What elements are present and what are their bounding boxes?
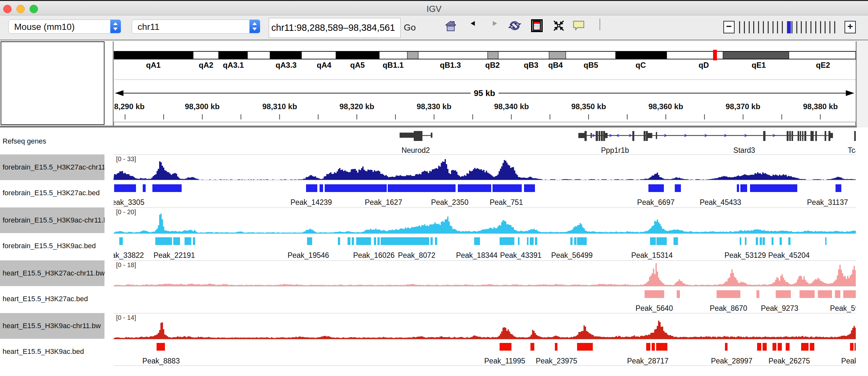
svg-text:qB5: qB5 (584, 61, 598, 69)
svg-text:Peak_8072: Peak_8072 (398, 251, 435, 260)
svg-text:qA4: qA4 (317, 61, 332, 69)
svg-text:Peak_26275: Peak_26275 (768, 357, 810, 365)
svg-text:Peak_6697: Peak_6697 (637, 198, 675, 206)
svg-text:[0 - 18]: [0 - 18] (116, 261, 136, 268)
svg-text:Peak_23975: Peak_23975 (535, 357, 577, 365)
svg-text:Peak_19546: Peak_19546 (287, 251, 329, 260)
svg-text:Peak_43391: Peak_43391 (500, 251, 541, 260)
svg-text:qB3: qB3 (524, 61, 538, 69)
svg-text:Peak_18344: Peak_18344 (456, 251, 497, 260)
svg-text:Tca: Tca (848, 146, 856, 155)
svg-text:Peak_45204: Peak_45204 (768, 251, 809, 260)
svg-text:qE1: qE1 (752, 61, 766, 69)
svg-text:qA2: qA2 (199, 61, 213, 69)
svg-text:98,350 kb: 98,350 kb (571, 102, 606, 111)
svg-text:qA3.1: qA3.1 (223, 61, 244, 69)
svg-text:Peak_8883: Peak_8883 (143, 357, 180, 365)
svg-text:Peak_46: Peak_46 (841, 357, 856, 365)
svg-text:Peak_53129: Peak_53129 (724, 251, 766, 260)
svg-text:qB1.1: qB1.1 (382, 61, 403, 69)
svg-text:Peak_28997: Peak_28997 (711, 357, 752, 365)
svg-text:qB1.3: qB1.3 (440, 61, 461, 69)
svg-text:Peak_8670: Peak_8670 (710, 304, 747, 312)
svg-text:98,330 kb: 98,330 kb (416, 102, 452, 111)
svg-text:qD: qD (699, 61, 709, 69)
svg-text:Peak_31137: Peak_31137 (807, 198, 848, 206)
svg-text:qC: qC (636, 61, 646, 69)
svg-text:98,300 kb: 98,300 kb (185, 102, 220, 111)
svg-text:Peak_22191: Peak_22191 (153, 251, 195, 260)
svg-text:Peak_28717: Peak_28717 (627, 357, 669, 365)
svg-text:qA5: qA5 (350, 61, 365, 69)
svg-text:[0 - 20]: [0 - 20] (116, 208, 136, 215)
svg-text:98,340 kb: 98,340 kb (494, 102, 529, 111)
svg-text:Neurod2: Neurod2 (402, 146, 430, 155)
svg-text:Peak_14239: Peak_14239 (290, 198, 332, 206)
svg-text:Peak_5640: Peak_5640 (636, 304, 673, 312)
svg-text:Peak_751: Peak_751 (490, 198, 523, 206)
svg-text:Peak_33822: Peak_33822 (114, 251, 144, 260)
svg-text:95 kb: 95 kb (474, 88, 495, 98)
svg-text:98,310 kb: 98,310 kb (262, 102, 297, 111)
svg-text:qE2: qE2 (816, 61, 830, 69)
svg-text:[0 - 33]: [0 - 33] (116, 156, 136, 163)
svg-text:98,320 kb: 98,320 kb (340, 102, 374, 111)
svg-text:Peak_15314: Peak_15314 (631, 251, 673, 260)
svg-text:qB4: qB4 (548, 61, 563, 69)
svg-text:Peak_5950: Peak_5950 (830, 304, 856, 312)
svg-text:Peak_16026: Peak_16026 (353, 251, 395, 260)
svg-text:8,290 kb: 8,290 kb (114, 102, 145, 111)
svg-text:qA3.3: qA3.3 (276, 61, 297, 69)
svg-text:qA1: qA1 (146, 61, 160, 69)
svg-text:98,360 kb: 98,360 kb (648, 102, 683, 111)
svg-text:98,380 kb: 98,380 kb (803, 102, 838, 111)
svg-text:qB2: qB2 (485, 61, 500, 69)
svg-text:Peak_1627: Peak_1627 (365, 198, 402, 206)
svg-text:Peak_2350: Peak_2350 (431, 198, 468, 206)
svg-text:98,370 kb: 98,370 kb (725, 102, 760, 111)
svg-text:[0 - 14]: [0 - 14] (116, 314, 136, 321)
svg-text:Ppp1r1b: Ppp1r1b (601, 146, 629, 155)
svg-text:Peak_9273: Peak_9273 (761, 304, 798, 312)
svg-text:Peak_56499: Peak_56499 (551, 251, 592, 260)
svg-text:Peak_45433: Peak_45433 (700, 198, 741, 206)
svg-text:Peak_11995: Peak_11995 (484, 357, 525, 365)
svg-text:Stard3: Stard3 (733, 146, 755, 155)
svg-text:Peak_3305: Peak_3305 (114, 198, 144, 206)
